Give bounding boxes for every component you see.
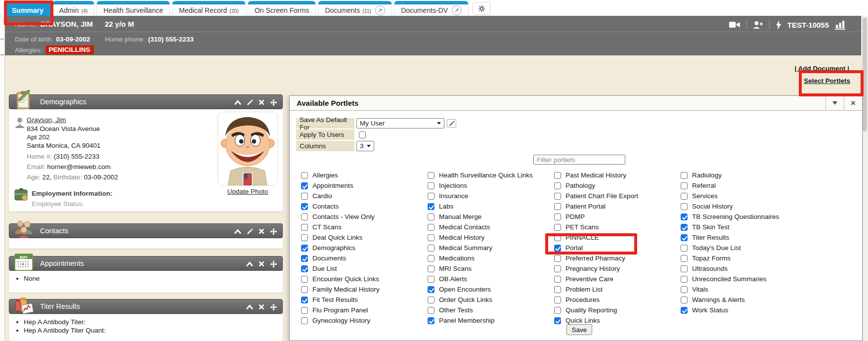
- checkbox-unchecked[interactable]: [301, 307, 308, 314]
- checkbox-label[interactable]: Preferred Pharmacy: [565, 255, 625, 262]
- checkbox-label[interactable]: Medical Contacts: [439, 223, 490, 231]
- save-as-default-select[interactable]: My User: [356, 118, 444, 128]
- checkbox-checked[interactable]: [681, 307, 688, 314]
- checkbox-checked[interactable]: [301, 203, 308, 210]
- tab-on-screen-forms[interactable]: On Screen Forms: [248, 1, 316, 16]
- patient-name-link[interactable]: Grayson, Jim: [27, 116, 66, 124]
- checkbox-checked[interactable]: [428, 317, 434, 324]
- select-portlets-link[interactable]: Select Portlets: [804, 77, 850, 85]
- close-icon[interactable]: [259, 304, 264, 310]
- dialog-header[interactable]: Available Portlets ×: [290, 96, 862, 111]
- checkbox-label[interactable]: PINNACLE: [565, 234, 599, 241]
- checkbox-label[interactable]: Preventive Care: [565, 275, 613, 283]
- checkbox-label[interactable]: Gynecology History: [312, 317, 370, 324]
- checkbox-unchecked[interactable]: [301, 286, 308, 293]
- move-icon[interactable]: [270, 303, 277, 311]
- checkbox-label[interactable]: Vitals: [692, 286, 708, 293]
- checkbox-unchecked[interactable]: [301, 193, 308, 200]
- checkbox-unchecked[interactable]: [681, 245, 688, 252]
- close-icon[interactable]: [259, 99, 264, 105]
- checkbox-label[interactable]: OB Alerts: [439, 275, 467, 283]
- checkbox-checked[interactable]: [554, 245, 561, 252]
- checkbox-label[interactable]: Insurance: [439, 192, 468, 200]
- checkbox-label[interactable]: Panel Membership: [439, 317, 495, 324]
- checkbox-label[interactable]: Pregnancy History: [565, 265, 620, 272]
- checkbox-unchecked[interactable]: [554, 255, 561, 262]
- checkbox-unchecked[interactable]: [681, 286, 688, 293]
- checkbox-label[interactable]: Work Status: [692, 306, 728, 314]
- move-icon[interactable]: [270, 260, 277, 268]
- checkbox-label[interactable]: Medical Summary: [439, 244, 492, 252]
- collapse-icon[interactable]: [234, 99, 241, 105]
- checkbox-unchecked[interactable]: [554, 193, 561, 200]
- checkbox-label[interactable]: TB Screening Questionnaires: [692, 213, 779, 220]
- checkbox-label[interactable]: Referral: [692, 182, 716, 189]
- edit-default-button[interactable]: [447, 119, 456, 128]
- quick-action-button[interactable]: [776, 20, 781, 30]
- appointments-portlet-header[interactable]: MAY Appointments: [9, 256, 283, 271]
- checkbox-label[interactable]: Services: [692, 192, 718, 200]
- checkbox-label[interactable]: Procedures: [565, 296, 600, 303]
- add-document-link[interactable]: | Add Document |: [794, 65, 849, 72]
- checkbox-checked[interactable]: [301, 255, 308, 262]
- checkbox-label[interactable]: Titer Results: [692, 234, 729, 241]
- checkbox-checked[interactable]: [301, 245, 308, 252]
- checkbox-label[interactable]: Health Surveillance Quick Links: [439, 171, 533, 179]
- checkbox-label[interactable]: Problem List: [565, 286, 603, 293]
- checkbox-checked[interactable]: [681, 213, 688, 220]
- contacts-portlet-header[interactable]: Contacts: [9, 223, 283, 238]
- checkbox-label[interactable]: Unreconciled Summaries: [692, 275, 767, 283]
- close-icon[interactable]: [259, 228, 264, 234]
- checkbox-label[interactable]: Medications: [439, 255, 475, 262]
- checkbox-unchecked[interactable]: [428, 224, 434, 231]
- checkbox-unchecked[interactable]: [681, 182, 688, 189]
- checkbox-label[interactable]: TB Skin Test: [692, 223, 730, 231]
- collapse-icon[interactable]: [234, 228, 241, 234]
- tab-summary[interactable]: Summary: [5, 1, 50, 16]
- checkbox-checked[interactable]: [681, 224, 688, 231]
- add-person-button[interactable]: [753, 21, 763, 29]
- tab-documents[interactable]: Documents(11)↗: [318, 1, 392, 16]
- checkbox-unchecked[interactable]: [554, 203, 561, 210]
- checkbox-unchecked[interactable]: [554, 224, 561, 231]
- checkbox-unchecked[interactable]: [301, 172, 308, 179]
- checkbox-checked[interactable]: [681, 234, 688, 241]
- checkbox-label[interactable]: Quality Reporting: [565, 306, 617, 314]
- checkbox-checked[interactable]: [301, 297, 308, 303]
- checkbox-unchecked[interactable]: [554, 276, 561, 283]
- checkbox-label[interactable]: Due List: [312, 265, 337, 272]
- checkbox-label[interactable]: Social History: [692, 203, 733, 210]
- tab-admin[interactable]: Admin(4): [52, 1, 95, 16]
- checkbox-unchecked[interactable]: [681, 297, 688, 303]
- checkbox-label[interactable]: Patient Chart File Export: [565, 192, 638, 200]
- checkbox-unchecked[interactable]: [428, 234, 434, 241]
- checkbox-label[interactable]: Other Tests: [439, 306, 473, 314]
- checkbox-unchecked[interactable]: [554, 213, 561, 220]
- checkbox-label[interactable]: Flu Program Panel: [312, 306, 368, 314]
- checkbox-label[interactable]: PET Scans: [565, 223, 599, 231]
- checkbox-unchecked[interactable]: [554, 182, 561, 189]
- tab-documents-dv[interactable]: Documents-DV↗: [394, 1, 469, 16]
- collapse-icon[interactable]: [246, 261, 253, 267]
- checkbox-label[interactable]: Open Encounters: [439, 286, 491, 293]
- checkbox-label[interactable]: Ultrasounds: [692, 265, 728, 272]
- titer-results-portlet-header[interactable]: Titer Results: [9, 299, 283, 314]
- checkbox-label[interactable]: Radiology: [692, 171, 722, 179]
- checkbox-label[interactable]: Medical History: [439, 234, 484, 241]
- checkbox-label[interactable]: PDMP: [565, 213, 585, 220]
- tab-health-surveillance[interactable]: Health Surveillance: [96, 1, 170, 16]
- checkbox-label[interactable]: Topaz Forms: [692, 255, 731, 262]
- checkbox-label[interactable]: Quick Links: [565, 317, 600, 324]
- checkbox-checked[interactable]: [301, 182, 308, 189]
- tab-settings-button[interactable]: [473, 2, 490, 15]
- checkbox-label[interactable]: MRI Scans: [439, 265, 472, 272]
- checkbox-label[interactable]: Labs: [439, 203, 453, 210]
- checkbox-unchecked[interactable]: [681, 203, 688, 210]
- checkbox-checked[interactable]: [428, 286, 434, 293]
- checkbox-unchecked[interactable]: [554, 234, 561, 241]
- checkbox-label[interactable]: Fit Test Results: [312, 296, 358, 303]
- checkbox-label[interactable]: Pathology: [565, 182, 595, 189]
- edit-icon[interactable]: [247, 99, 253, 106]
- close-icon[interactable]: [259, 261, 264, 267]
- move-icon[interactable]: [270, 99, 277, 106]
